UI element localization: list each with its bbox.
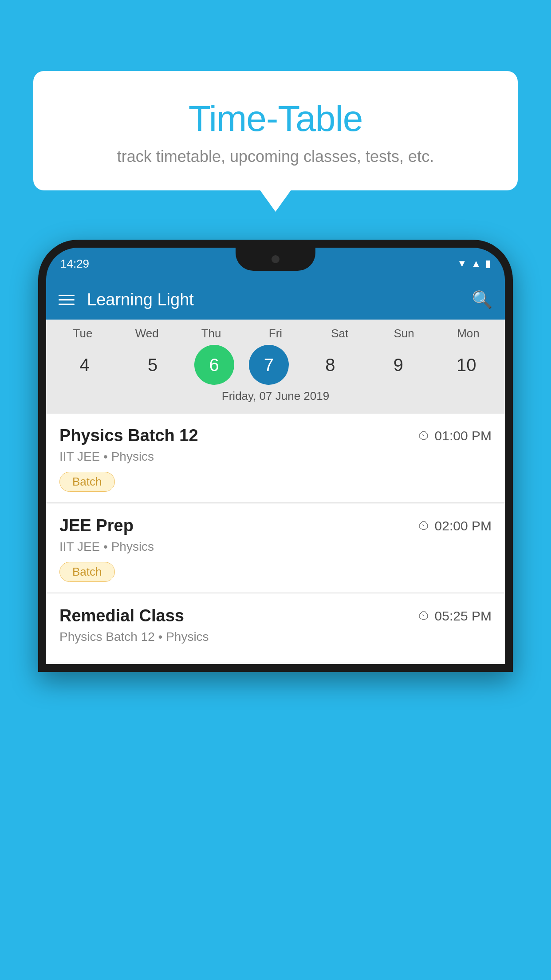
class-meta-2: IIT JEE • Physics xyxy=(59,540,492,554)
day-4[interactable]: 4 xyxy=(58,345,111,385)
day-headers: Tue Wed Thu Fri Sat Sun Mon xyxy=(46,327,505,340)
calendar-strip: Tue Wed Thu Fri Sat Sun Mon 4 5 6 7 8 9 … xyxy=(46,320,505,414)
toolbar-title: Learning Light xyxy=(87,290,472,309)
day-numbers: 4 5 6 7 8 9 10 xyxy=(46,345,505,385)
class-time-value-3: 05:25 PM xyxy=(435,609,492,624)
day-name-sun: Sun xyxy=(378,327,431,340)
app-toolbar: Learning Light 🔍 xyxy=(46,280,505,320)
wifi-icon: ▼ xyxy=(457,258,467,269)
battery-icon: ▮ xyxy=(485,258,491,269)
camera xyxy=(272,255,279,263)
class-time-3: ⏲ 05:25 PM xyxy=(418,609,492,624)
batch-badge-2: Batch xyxy=(59,562,115,582)
class-name-2: JEE Prep xyxy=(59,516,134,535)
class-time-value-2: 02:00 PM xyxy=(435,518,492,533)
class-meta-1: IIT JEE • Physics xyxy=(59,450,492,464)
speech-bubble: Time-Table track timetable, upcoming cla… xyxy=(33,71,518,190)
day-name-fri: Fri xyxy=(249,327,302,340)
phone-notch xyxy=(236,248,315,271)
phone-mockup: 14:29 ▼ ▲ ▮ Learning Light 🔍 xyxy=(38,240,513,980)
app-screen: Learning Light 🔍 Tue Wed Thu Fri Sat Sun… xyxy=(46,280,505,664)
day-9[interactable]: 9 xyxy=(372,345,425,385)
day-5[interactable]: 5 xyxy=(126,345,179,385)
batch-badge-1: Batch xyxy=(59,472,115,492)
menu-button[interactable] xyxy=(59,295,75,305)
class-time-1: ⏲ 01:00 PM xyxy=(418,428,492,443)
class-card-1-header: Physics Batch 12 ⏲ 01:00 PM xyxy=(59,426,492,445)
day-name-wed: Wed xyxy=(120,327,173,340)
class-name-1: Physics Batch 12 xyxy=(59,426,198,445)
selected-date: Friday, 07 June 2019 xyxy=(46,385,505,410)
class-name-3: Remedial Class xyxy=(59,606,184,625)
app-subtitle: track timetable, upcoming classes, tests… xyxy=(51,147,500,166)
day-10[interactable]: 10 xyxy=(440,345,493,385)
signal-icon: ▲ xyxy=(471,258,481,269)
status-bar: 14:29 ▼ ▲ ▮ xyxy=(46,248,505,280)
status-time: 14:29 xyxy=(60,257,89,271)
clock-icon-3: ⏲ xyxy=(418,609,430,623)
day-7-selected[interactable]: 7 xyxy=(249,345,289,385)
day-8[interactable]: 8 xyxy=(303,345,357,385)
class-time-2: ⏲ 02:00 PM xyxy=(418,518,492,533)
class-meta-3: Physics Batch 12 • Physics xyxy=(59,630,492,644)
day-name-tue: Tue xyxy=(56,327,109,340)
class-card-2[interactable]: JEE Prep ⏲ 02:00 PM IIT JEE • Physics Ba… xyxy=(46,504,505,593)
status-icons: ▼ ▲ ▮ xyxy=(457,258,491,269)
day-name-mon: Mon xyxy=(441,327,495,340)
day-name-thu: Thu xyxy=(185,327,238,340)
classes-list: Physics Batch 12 ⏲ 01:00 PM IIT JEE • Ph… xyxy=(46,414,505,663)
search-icon[interactable]: 🔍 xyxy=(472,290,492,309)
class-card-2-header: JEE Prep ⏲ 02:00 PM xyxy=(59,516,492,535)
class-card-1[interactable]: Physics Batch 12 ⏲ 01:00 PM IIT JEE • Ph… xyxy=(46,414,505,503)
phone-outer: 14:29 ▼ ▲ ▮ Learning Light 🔍 xyxy=(38,240,513,672)
class-time-value-1: 01:00 PM xyxy=(435,428,492,443)
class-card-3[interactable]: Remedial Class ⏲ 05:25 PM Physics Batch … xyxy=(46,594,505,663)
clock-icon-2: ⏲ xyxy=(418,518,430,533)
day-6-today[interactable]: 6 xyxy=(194,345,234,385)
app-title: Time-Table xyxy=(51,98,500,139)
class-card-3-header: Remedial Class ⏲ 05:25 PM xyxy=(59,606,492,625)
clock-icon-1: ⏲ xyxy=(418,428,430,443)
day-name-sat: Sat xyxy=(313,327,366,340)
speech-bubble-container: Time-Table track timetable, upcoming cla… xyxy=(33,71,518,190)
